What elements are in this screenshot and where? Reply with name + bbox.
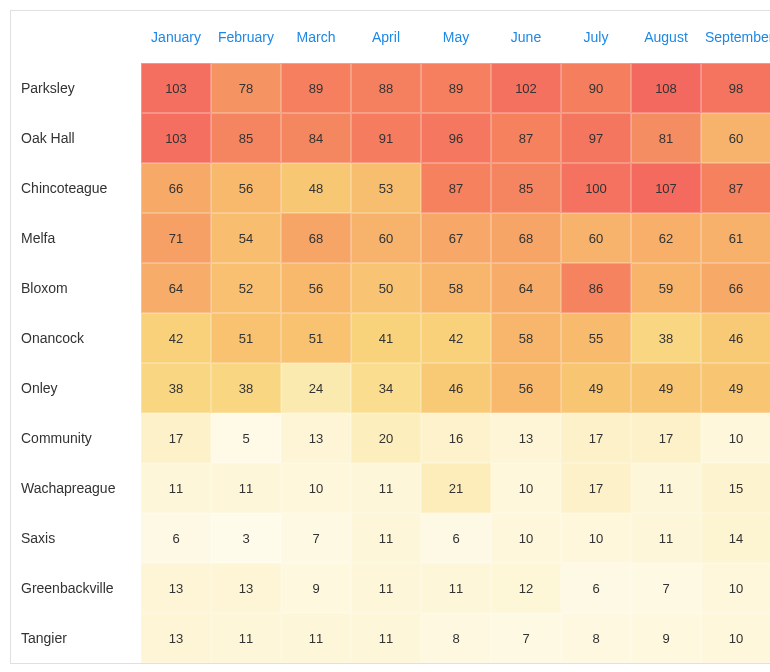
heatmap-cell[interactable]: 90 — [561, 63, 631, 113]
row-label[interactable]: Oak Hall — [11, 113, 141, 163]
heatmap-cell[interactable]: 41 — [351, 313, 421, 363]
heatmap-cell[interactable]: 81 — [631, 113, 701, 163]
heatmap-cell[interactable]: 17 — [561, 463, 631, 513]
heatmap-cell[interactable]: 15 — [701, 463, 770, 513]
heatmap-cell[interactable]: 11 — [351, 513, 421, 563]
heatmap-cell[interactable]: 96 — [421, 113, 491, 163]
heatmap-cell[interactable]: 78 — [211, 63, 281, 113]
heatmap-cell[interactable]: 56 — [491, 363, 561, 413]
heatmap-cell[interactable]: 56 — [281, 263, 351, 313]
heatmap-cell[interactable]: 14 — [701, 513, 770, 563]
heatmap-cell[interactable]: 60 — [701, 113, 770, 163]
heatmap-cell[interactable]: 6 — [141, 513, 211, 563]
row-label[interactable]: Bloxom — [11, 263, 141, 313]
column-header[interactable]: July — [561, 11, 631, 63]
heatmap-cell[interactable]: 64 — [491, 263, 561, 313]
heatmap-cell[interactable]: 66 — [701, 263, 770, 313]
heatmap-cell[interactable]: 107 — [631, 163, 701, 213]
heatmap-cell[interactable]: 38 — [211, 363, 281, 413]
heatmap-cell[interactable]: 48 — [281, 163, 351, 213]
heatmap-cell[interactable]: 7 — [631, 563, 701, 613]
heatmap-cell[interactable]: 87 — [701, 163, 770, 213]
column-header[interactable]: March — [281, 11, 351, 63]
heatmap-cell[interactable]: 9 — [281, 563, 351, 613]
heatmap-cell[interactable]: 46 — [701, 313, 770, 363]
heatmap-cell[interactable]: 34 — [351, 363, 421, 413]
heatmap-cell[interactable]: 67 — [421, 213, 491, 263]
heatmap-cell[interactable]: 8 — [561, 613, 631, 663]
heatmap-cell[interactable]: 11 — [281, 613, 351, 663]
heatmap-cell[interactable]: 89 — [281, 63, 351, 113]
heatmap-cell[interactable]: 10 — [491, 513, 561, 563]
heatmap-cell[interactable]: 17 — [631, 413, 701, 463]
heatmap-cell[interactable]: 59 — [631, 263, 701, 313]
heatmap-cell[interactable]: 97 — [561, 113, 631, 163]
column-header[interactable]: May — [421, 11, 491, 63]
heatmap-cell[interactable]: 11 — [141, 463, 211, 513]
heatmap-cell[interactable]: 103 — [141, 113, 211, 163]
heatmap-cell[interactable]: 11 — [211, 613, 281, 663]
heatmap-cell[interactable]: 68 — [281, 213, 351, 263]
heatmap-cell[interactable]: 108 — [631, 63, 701, 113]
heatmap-cell[interactable]: 49 — [701, 363, 770, 413]
heatmap-cell[interactable]: 84 — [281, 113, 351, 163]
heatmap-cell[interactable]: 42 — [421, 313, 491, 363]
heatmap-cell[interactable]: 103 — [141, 63, 211, 113]
heatmap-cell[interactable]: 7 — [491, 613, 561, 663]
heatmap-cell[interactable]: 102 — [491, 63, 561, 113]
heatmap-cell[interactable]: 10 — [561, 513, 631, 563]
heatmap-cell[interactable]: 91 — [351, 113, 421, 163]
row-label[interactable]: Onancock — [11, 313, 141, 363]
heatmap-cell[interactable]: 5 — [211, 413, 281, 463]
heatmap-cell[interactable]: 38 — [141, 363, 211, 413]
heatmap-cell[interactable]: 24 — [281, 363, 351, 413]
heatmap-cell[interactable]: 10 — [491, 463, 561, 513]
row-label[interactable]: Melfa — [11, 213, 141, 263]
heatmap-cell[interactable]: 11 — [351, 613, 421, 663]
heatmap-cell[interactable]: 89 — [421, 63, 491, 113]
heatmap-cell[interactable]: 12 — [491, 563, 561, 613]
heatmap-cell[interactable]: 51 — [211, 313, 281, 363]
heatmap-cell[interactable]: 13 — [141, 563, 211, 613]
row-label[interactable]: Onley — [11, 363, 141, 413]
heatmap-cell[interactable]: 68 — [491, 213, 561, 263]
heatmap-cell[interactable]: 16 — [421, 413, 491, 463]
heatmap-cell[interactable]: 98 — [701, 63, 770, 113]
heatmap-cell[interactable]: 50 — [351, 263, 421, 313]
heatmap-cell[interactable]: 10 — [281, 463, 351, 513]
heatmap-cell[interactable]: 38 — [631, 313, 701, 363]
heatmap-cell[interactable]: 55 — [561, 313, 631, 363]
heatmap-cell[interactable]: 11 — [351, 563, 421, 613]
heatmap-cell[interactable]: 87 — [421, 163, 491, 213]
heatmap-cell[interactable]: 17 — [141, 413, 211, 463]
heatmap-cell[interactable]: 11 — [211, 463, 281, 513]
heatmap-cell[interactable]: 60 — [351, 213, 421, 263]
heatmap-cell[interactable]: 13 — [491, 413, 561, 463]
heatmap-cell[interactable]: 6 — [561, 563, 631, 613]
heatmap-cell[interactable]: 85 — [211, 113, 281, 163]
heatmap-table[interactable]: JanuaryFebruaryMarchAprilMayJuneJulyAugu… — [10, 10, 770, 664]
heatmap-cell[interactable]: 66 — [141, 163, 211, 213]
heatmap-cell[interactable]: 64 — [141, 263, 211, 313]
heatmap-cell[interactable]: 13 — [141, 613, 211, 663]
column-header[interactable]: January — [141, 11, 211, 63]
heatmap-cell[interactable]: 10 — [701, 563, 770, 613]
row-label[interactable]: Wachapreague — [11, 463, 141, 513]
column-header[interactable]: April — [351, 11, 421, 63]
heatmap-cell[interactable]: 21 — [421, 463, 491, 513]
heatmap-cell[interactable]: 42 — [141, 313, 211, 363]
heatmap-cell[interactable]: 9 — [631, 613, 701, 663]
heatmap-cell[interactable]: 20 — [351, 413, 421, 463]
heatmap-cell[interactable]: 60 — [561, 213, 631, 263]
heatmap-cell[interactable]: 11 — [351, 463, 421, 513]
heatmap-cell[interactable]: 10 — [701, 613, 770, 663]
heatmap-cell[interactable]: 46 — [421, 363, 491, 413]
heatmap-cell[interactable]: 10 — [701, 413, 770, 463]
heatmap-cell[interactable]: 61 — [701, 213, 770, 263]
heatmap-cell[interactable]: 100 — [561, 163, 631, 213]
row-label[interactable]: Chincoteague — [11, 163, 141, 213]
heatmap-cell[interactable]: 6 — [421, 513, 491, 563]
heatmap-cell[interactable]: 88 — [351, 63, 421, 113]
heatmap-cell[interactable]: 11 — [631, 463, 701, 513]
heatmap-cell[interactable]: 3 — [211, 513, 281, 563]
